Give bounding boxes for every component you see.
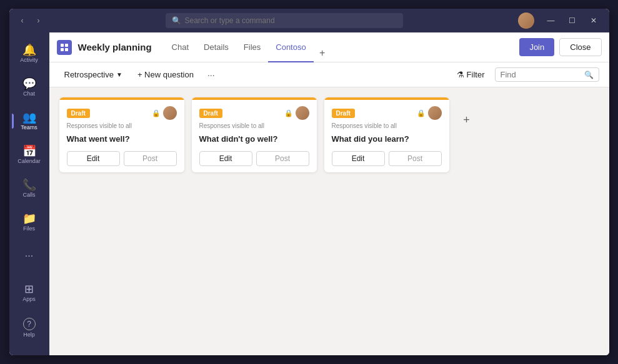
tab-navigation: Chat Details Files Contoso + — [164, 32, 520, 62]
main-layout: 🔔 Activity 💬 Chat 👥 Teams 📅 Calendar 📞 C… — [9, 32, 609, 355]
nav-forward-button[interactable]: › — [32, 14, 46, 27]
minimize-button[interactable]: — — [542, 14, 561, 27]
avatar-image — [518, 12, 534, 29]
sidebar-label-calendar: Calendar — [17, 158, 41, 164]
toolbar: Retrospective ▼ + New question ··· ⚗ Fil… — [49, 62, 609, 87]
tab-details[interactable]: Details — [196, 33, 236, 62]
chat-icon: 💬 — [22, 78, 36, 89]
title-bar: ‹ › 🔍 — ☐ ✕ — [9, 9, 609, 32]
more-options-button[interactable]: ··· — [204, 67, 219, 82]
edit-button-3[interactable]: Edit — [332, 151, 385, 166]
app-icon-area: Weekly planning — [57, 40, 159, 55]
teams-icon: 👥 — [22, 112, 36, 123]
calls-icon: 📞 — [22, 179, 36, 190]
tab-chat[interactable]: Chat — [164, 33, 196, 62]
app-icon — [57, 40, 72, 55]
card-header-2: Draft 🔒 — [199, 106, 309, 120]
svg-rect-2 — [61, 48, 64, 51]
search-area: 🔍 — [54, 13, 514, 28]
card-visibility-3: Responses visible to all — [332, 122, 442, 129]
card-visibility-2: Responses visible to all — [199, 122, 309, 129]
sidebar-item-activity[interactable]: 🔔 Activity — [12, 37, 47, 70]
card-header-right-2: 🔒 — [284, 106, 309, 120]
cards-area: Draft 🔒 Responses visible to all What we… — [49, 87, 609, 355]
chevron-down-icon: ▼ — [116, 71, 122, 78]
sidebar-item-more[interactable]: ··· — [12, 240, 47, 272]
find-icon: 🔍 — [584, 71, 594, 79]
sidebar-item-chat[interactable]: 💬 Chat — [12, 71, 47, 104]
svg-rect-3 — [65, 48, 68, 51]
post-button-1[interactable]: Post — [124, 151, 177, 166]
add-tab-button[interactable]: + — [314, 44, 331, 62]
search-icon: 🔍 — [172, 16, 181, 25]
sidebar-label-files: Files — [23, 225, 35, 232]
files-icon: 📁 — [22, 213, 36, 224]
sidebar-item-help[interactable]: ? Help — [12, 312, 47, 344]
post-button-2[interactable]: Post — [256, 151, 309, 166]
nav-controls: ‹ › — [16, 14, 46, 27]
new-question-button[interactable]: + New question — [132, 67, 199, 82]
activity-icon: 🔔 — [22, 44, 36, 56]
card-avatar-3 — [428, 106, 442, 120]
page-title: Weekly planning — [78, 42, 152, 52]
avatar[interactable] — [518, 12, 534, 29]
sidebar-label-help: Help — [23, 332, 35, 338]
question-card-2: Draft 🔒 Responses visible to all What di… — [192, 97, 317, 172]
join-button[interactable]: Join — [519, 38, 554, 56]
app-window: ‹ › 🔍 — ☐ ✕ 🔔 Activity 💬 — [9, 9, 609, 355]
draft-badge-3: Draft — [332, 109, 355, 118]
card-header-right-3: 🔒 — [417, 106, 442, 120]
nav-back-button[interactable]: ‹ — [16, 14, 29, 27]
card-actions-3: Edit Post — [332, 151, 442, 166]
sidebar-item-files[interactable]: 📁 Files — [12, 206, 47, 239]
retrospective-dropdown[interactable]: Retrospective ▼ — [59, 67, 127, 82]
close-window-button[interactable]: ✕ — [584, 14, 603, 27]
find-box[interactable]: 🔍 — [495, 67, 599, 82]
tab-bar: Weekly planning Chat Details Files Conto… — [49, 32, 609, 62]
search-box[interactable]: 🔍 — [166, 13, 403, 28]
card-body-1: Draft 🔒 Responses visible to all What we… — [59, 100, 184, 172]
post-button-3[interactable]: Post — [389, 151, 442, 166]
card-header-right-1: 🔒 — [152, 106, 177, 120]
card-question-2: What didn't go well? — [199, 134, 309, 145]
search-input[interactable] — [185, 16, 397, 25]
card-header-1: Draft 🔒 — [67, 106, 177, 120]
maximize-button[interactable]: ☐ — [563, 14, 582, 27]
svg-rect-0 — [61, 44, 64, 47]
sidebar-label-chat: Chat — [23, 91, 35, 97]
retrospective-label: Retrospective — [64, 70, 114, 79]
card-actions-2: Edit Post — [199, 151, 309, 166]
tab-actions: Join Close — [519, 38, 601, 56]
question-card-3: Draft 🔒 Responses visible to all What di… — [324, 97, 449, 172]
tab-contoso[interactable]: Contoso — [268, 33, 313, 62]
filter-button[interactable]: ⚗ Filter — [452, 67, 490, 82]
sidebar-label-apps: Apps — [22, 296, 36, 302]
sidebar-label-teams: Teams — [21, 124, 37, 130]
lock-icon-1: 🔒 — [152, 109, 161, 117]
card-question-1: What went well? — [67, 134, 177, 145]
calendar-icon: 📅 — [22, 145, 36, 157]
help-icon: ? — [23, 318, 36, 330]
draft-badge-1: Draft — [67, 109, 90, 118]
sidebar-label-calls: Calls — [22, 192, 35, 198]
card-body-2: Draft 🔒 Responses visible to all What di… — [192, 100, 317, 172]
close-button[interactable]: Close — [559, 38, 601, 56]
filter-icon: ⚗ — [457, 70, 464, 79]
sidebar-item-apps[interactable]: ⊞ Apps — [12, 277, 47, 309]
sidebar-item-teams[interactable]: 👥 Teams — [12, 105, 47, 137]
apps-icon: ⊞ — [24, 283, 34, 295]
card-actions-1: Edit Post — [67, 151, 177, 166]
sidebar-label-activity: Activity — [20, 57, 38, 63]
add-card-button[interactable]: + — [457, 110, 477, 130]
sidebar-item-calls[interactable]: 📞 Calls — [12, 172, 47, 205]
lock-icon-3: 🔒 — [417, 109, 426, 117]
content-area: Weekly planning Chat Details Files Conto… — [49, 32, 609, 355]
card-question-3: What did you learn? — [332, 134, 442, 145]
more-icon: ··· — [25, 250, 33, 262]
edit-button-2[interactable]: Edit — [199, 151, 252, 166]
find-input[interactable] — [501, 70, 582, 79]
edit-button-1[interactable]: Edit — [67, 151, 120, 166]
sidebar: 🔔 Activity 💬 Chat 👥 Teams 📅 Calendar 📞 C… — [9, 32, 49, 355]
sidebar-item-calendar[interactable]: 📅 Calendar — [12, 139, 47, 171]
tab-files[interactable]: Files — [236, 33, 268, 62]
